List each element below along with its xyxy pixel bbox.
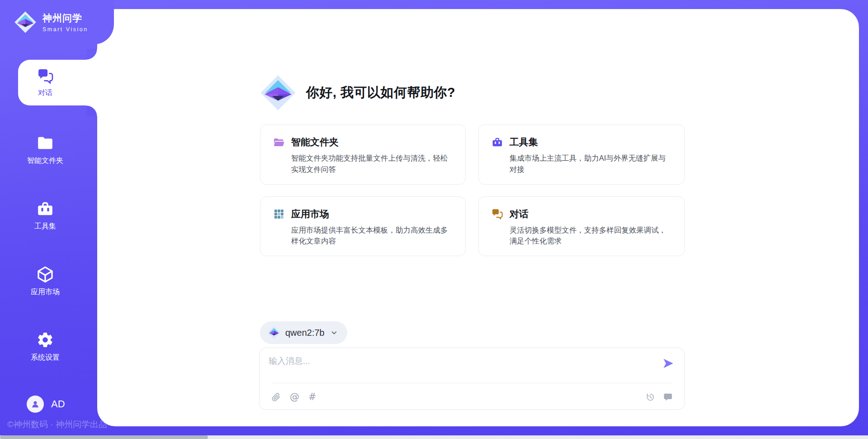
send-button[interactable]	[662, 357, 675, 370]
tab-notch-top	[86, 49, 97, 60]
chat-bubbles-icon	[491, 208, 503, 220]
folder-open-icon	[273, 136, 285, 148]
toolbox-icon	[491, 136, 503, 148]
brand-tagline: Smart Vision	[42, 26, 88, 33]
sidebar-item-label: 系统设置	[31, 353, 60, 363]
sidebar-item-chat[interactable]: 对话	[18, 60, 97, 105]
sidebar-item-label: 应用市场	[31, 287, 60, 297]
sidebar-item-content: 对话	[18, 68, 72, 98]
user-profile[interactable]: AD	[27, 396, 65, 413]
card-title: 智能文件夹	[291, 136, 339, 148]
toolbox-icon	[36, 200, 54, 218]
app-logo: 神州问学 Smart Vision	[0, 0, 114, 44]
card-head: 应用市场	[273, 208, 453, 220]
composer-toolbar: @ #	[271, 392, 673, 402]
comment-button[interactable]	[663, 392, 673, 402]
card-description: 灵活切换多模型文件，支持多样回复效果调试，满足个性化需求	[509, 224, 673, 247]
history-icon	[646, 392, 655, 402]
card-app-market[interactable]: 应用市场 应用市场提供丰富长文本模板，助力高效生成多样化文章内容	[260, 196, 466, 257]
card-chat[interactable]: 对话 灵活切换多模型文件，支持多样回复效果调试，满足个性化需求	[478, 196, 685, 257]
folder-icon	[36, 134, 54, 152]
sidebar-item-settings[interactable]: 系统设置	[14, 331, 77, 363]
hash-icon[interactable]: #	[308, 392, 316, 402]
history-button[interactable]	[646, 392, 655, 402]
at-icon[interactable]: @	[290, 392, 299, 402]
chevron-down-icon	[330, 329, 338, 337]
grid-icon	[273, 208, 285, 220]
card-title: 对话	[509, 208, 528, 220]
model-name: qwen2:7b	[285, 328, 325, 338]
main-content-panel: 你好, 我可以如何帮助你? 智能文件夹 智能文件夹功能支持批量文件上传与清洗，轻…	[97, 9, 859, 426]
card-title: 应用市场	[291, 208, 329, 220]
horizontal-scrollbar[interactable]	[0, 435, 868, 439]
copyright-text: ©神州数码 · 神州问学出品	[7, 419, 107, 430]
gem-diamond-icon	[259, 74, 297, 112]
brand-text: 神州问学 Smart Vision	[42, 12, 88, 33]
card-head: 对话	[491, 208, 673, 220]
sidebar-item-label: 工具集	[34, 222, 56, 231]
tab-notch-bottom	[86, 105, 97, 116]
card-head: 工具集	[491, 136, 673, 148]
gear-icon	[36, 331, 54, 349]
comment-icon	[663, 392, 673, 402]
sidebar-item-label: 对话	[38, 88, 52, 98]
chat-bubbles-icon	[37, 68, 54, 85]
card-head: 智能文件夹	[273, 136, 453, 148]
message-input[interactable]	[268, 354, 652, 381]
gem-diamond-icon	[267, 326, 281, 339]
avatar	[27, 396, 44, 413]
feature-cards: 智能文件夹 智能文件夹功能支持批量文件上传与清洗，轻松实现文件问答 工具集 集成…	[260, 124, 685, 256]
greeting-row: 你好, 我可以如何帮助你?	[259, 74, 455, 112]
message-composer: @ #	[259, 348, 685, 410]
model-selector[interactable]: qwen2:7b	[260, 321, 347, 344]
composer-left-tools: @ #	[271, 392, 316, 402]
card-toolset[interactable]: 工具集 集成市场上主流工具，助力AI与外界无缝扩展与对接	[478, 124, 685, 185]
scrollbar-thumb[interactable]	[0, 435, 208, 439]
sidebar-item-toolset[interactable]: 工具集	[14, 200, 77, 231]
composer-right-tools	[646, 392, 673, 402]
send-icon	[662, 357, 675, 370]
gem-diamond-icon	[14, 10, 37, 34]
card-smart-folder[interactable]: 智能文件夹 智能文件夹功能支持批量文件上传与清洗，轻松实现文件问答	[260, 124, 466, 185]
card-description: 应用市场提供丰富长文本模板，助力高效生成多样化文章内容	[291, 224, 453, 247]
sidebar-item-app-market[interactable]: 应用市场	[14, 265, 77, 297]
greeting-title: 你好, 我可以如何帮助你?	[306, 84, 455, 102]
paperclip-icon	[271, 392, 281, 402]
attach-file-button[interactable]	[271, 392, 281, 402]
card-description: 集成市场上主流工具，助力AI与外界无缝扩展与对接	[509, 153, 673, 175]
sidebar-item-smart-folder[interactable]: 智能文件夹	[14, 134, 77, 166]
person-icon	[30, 399, 40, 409]
card-title: 工具集	[509, 136, 538, 148]
user-name: AD	[51, 398, 65, 410]
card-description: 智能文件夹功能支持批量文件上传与清洗，轻松实现文件问答	[291, 153, 453, 175]
brand-name: 神州问学	[42, 12, 88, 24]
sidebar-item-label: 智能文件夹	[27, 156, 63, 166]
composer-divider	[271, 383, 673, 383]
cube-icon	[36, 265, 54, 283]
